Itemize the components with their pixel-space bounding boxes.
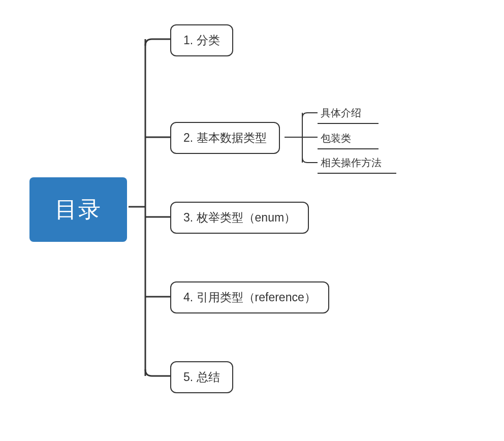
branch-3-label: 3. 枚举类型（enum） — [183, 211, 296, 224]
branch-node-3: 3. 枚举类型（enum） — [170, 202, 309, 234]
leaf-node-2c: 相关操作方法 — [318, 154, 396, 174]
leaf-node-2a: 具体介绍 — [318, 104, 379, 124]
branch-node-1: 1. 分类 — [170, 24, 233, 56]
leaf-2a-label: 具体介绍 — [321, 107, 361, 118]
branch-node-2: 2. 基本数据类型 — [170, 122, 280, 154]
branch-5-label: 5. 总结 — [183, 370, 220, 384]
branch-node-4: 4. 引用类型（reference） — [170, 281, 329, 313]
leaf-2c-label: 相关操作方法 — [321, 157, 382, 168]
branch-node-5: 5. 总结 — [170, 361, 233, 393]
branch-2-label: 2. 基本数据类型 — [183, 131, 267, 144]
root-node: 目录 — [29, 177, 127, 242]
leaf-2b-label: 包装类 — [321, 133, 351, 144]
leaf-node-2b: 包装类 — [318, 130, 379, 149]
branch-4-label: 4. 引用类型（reference） — [183, 291, 316, 304]
branch-1-label: 1. 分类 — [183, 34, 220, 47]
root-label: 目录 — [55, 197, 102, 222]
